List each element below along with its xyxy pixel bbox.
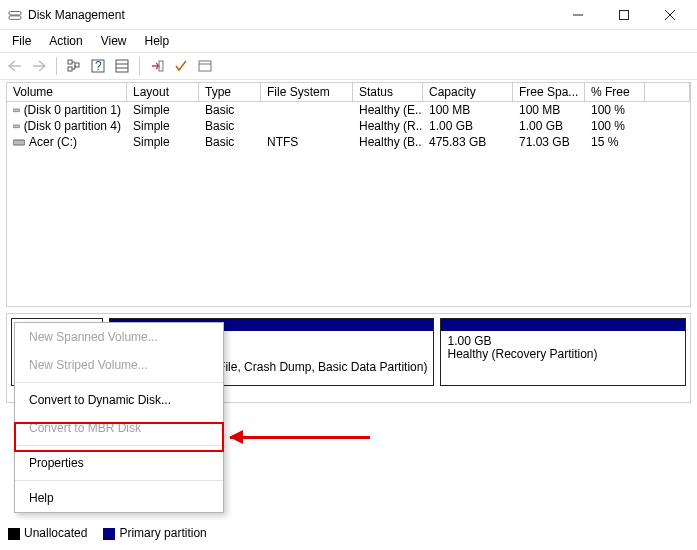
menu-bar: File Action View Help	[0, 30, 697, 52]
status-cell: Healthy (B...	[353, 134, 423, 150]
svg-rect-18	[13, 125, 20, 128]
menu-file[interactable]: File	[4, 32, 39, 50]
app-icon	[8, 8, 22, 22]
fs-cell	[261, 118, 353, 134]
legend-primary: Primary partition	[119, 526, 206, 540]
svg-rect-8	[75, 63, 79, 67]
back-button[interactable]	[6, 57, 24, 75]
legend: Unallocated Primary partition	[8, 526, 207, 540]
svg-rect-7	[68, 67, 72, 71]
col-filesystem[interactable]: File System	[261, 83, 353, 102]
menu-help[interactable]: Help	[137, 32, 178, 50]
volume-name: (Disk 0 partition 4)	[24, 119, 121, 133]
legend-unallocated: Unallocated	[24, 526, 87, 540]
close-button[interactable]	[647, 0, 693, 30]
volume-name: Acer (C:)	[29, 135, 77, 149]
partition-status: Healthy (Recovery Partition)	[447, 347, 597, 361]
action-icon[interactable]	[148, 57, 166, 75]
minimize-button[interactable]	[555, 0, 601, 30]
svg-text:?: ?	[95, 59, 102, 73]
tree-view-icon[interactable]	[65, 57, 83, 75]
volume-list[interactable]: Volume Layout Type File System Status Ca…	[6, 82, 691, 307]
svg-rect-19	[13, 140, 25, 145]
window-title: Disk Management	[28, 8, 125, 22]
ctx-convert-dynamic[interactable]: Convert to Dynamic Disk...	[15, 386, 223, 414]
free-cell: 100 MB	[513, 102, 585, 118]
toolbar: ?	[0, 52, 697, 80]
col-pctfree[interactable]: % Free	[585, 83, 645, 102]
layout-cell: Simple	[127, 118, 199, 134]
details-view-icon[interactable]	[113, 57, 131, 75]
col-free[interactable]: Free Spa...	[513, 83, 585, 102]
layout-cell: Simple	[127, 134, 199, 150]
check-icon[interactable]	[172, 57, 190, 75]
pct-cell: 100 %	[585, 102, 645, 118]
volume-name: (Disk 0 partition 1)	[24, 103, 121, 117]
col-volume[interactable]: Volume	[7, 83, 127, 102]
svg-rect-3	[620, 10, 629, 19]
volume-icon	[13, 137, 25, 147]
menu-action[interactable]: Action	[41, 32, 90, 50]
menu-view[interactable]: View	[93, 32, 135, 50]
forward-button[interactable]	[30, 57, 48, 75]
ctx-convert-mbr[interactable]: Convert to MBR Disk	[15, 414, 223, 442]
status-cell: Healthy (E...	[353, 102, 423, 118]
capacity-cell: 100 MB	[423, 102, 513, 118]
ctx-properties[interactable]: Properties	[15, 449, 223, 477]
column-headers: Volume Layout Type File System Status Ca…	[7, 83, 690, 102]
table-row[interactable]: Acer (C:) Simple Basic NTFS Healthy (B..…	[7, 134, 690, 150]
volume-icon	[13, 105, 20, 115]
legend-swatch-unallocated	[8, 528, 20, 540]
fs-cell	[261, 102, 353, 118]
table-row[interactable]: (Disk 0 partition 4) Simple Basic Health…	[7, 118, 690, 134]
svg-rect-15	[199, 61, 211, 71]
type-cell: Basic	[199, 134, 261, 150]
pct-cell: 15 %	[585, 134, 645, 150]
status-cell: Healthy (R...	[353, 118, 423, 134]
ctx-new-spanned[interactable]: New Spanned Volume...	[15, 323, 223, 351]
volume-icon	[13, 121, 20, 131]
context-menu: New Spanned Volume... New Striped Volume…	[14, 322, 224, 513]
free-cell: 71.03 GB	[513, 134, 585, 150]
svg-rect-1	[9, 15, 21, 19]
partition-size: 1.00 GB	[447, 334, 491, 348]
maximize-button[interactable]	[601, 0, 647, 30]
type-cell: Basic	[199, 102, 261, 118]
legend-swatch-primary	[103, 528, 115, 540]
svg-rect-6	[68, 60, 72, 64]
svg-rect-11	[116, 60, 128, 72]
type-cell: Basic	[199, 118, 261, 134]
help-toolbar-icon[interactable]: ?	[89, 57, 107, 75]
title-bar: Disk Management	[0, 0, 697, 30]
col-blank	[645, 83, 690, 102]
capacity-cell: 1.00 GB	[423, 118, 513, 134]
partition-color-bar	[441, 319, 685, 331]
ctx-help[interactable]: Help	[15, 484, 223, 512]
col-layout[interactable]: Layout	[127, 83, 199, 102]
svg-rect-17	[13, 109, 20, 112]
col-status[interactable]: Status	[353, 83, 423, 102]
pct-cell: 100 %	[585, 118, 645, 134]
free-cell: 1.00 GB	[513, 118, 585, 134]
layout-cell: Simple	[127, 102, 199, 118]
list-icon[interactable]	[196, 57, 214, 75]
svg-rect-0	[9, 11, 21, 15]
fs-cell: NTFS	[261, 134, 353, 150]
capacity-cell: 475.83 GB	[423, 134, 513, 150]
table-row[interactable]: (Disk 0 partition 1) Simple Basic Health…	[7, 102, 690, 118]
col-type[interactable]: Type	[199, 83, 261, 102]
col-capacity[interactable]: Capacity	[423, 83, 513, 102]
ctx-new-striped[interactable]: New Striped Volume...	[15, 351, 223, 379]
annotation-arrow-icon	[230, 436, 370, 439]
partition-recovery[interactable]: 1.00 GB Healthy (Recovery Partition)	[440, 318, 686, 386]
